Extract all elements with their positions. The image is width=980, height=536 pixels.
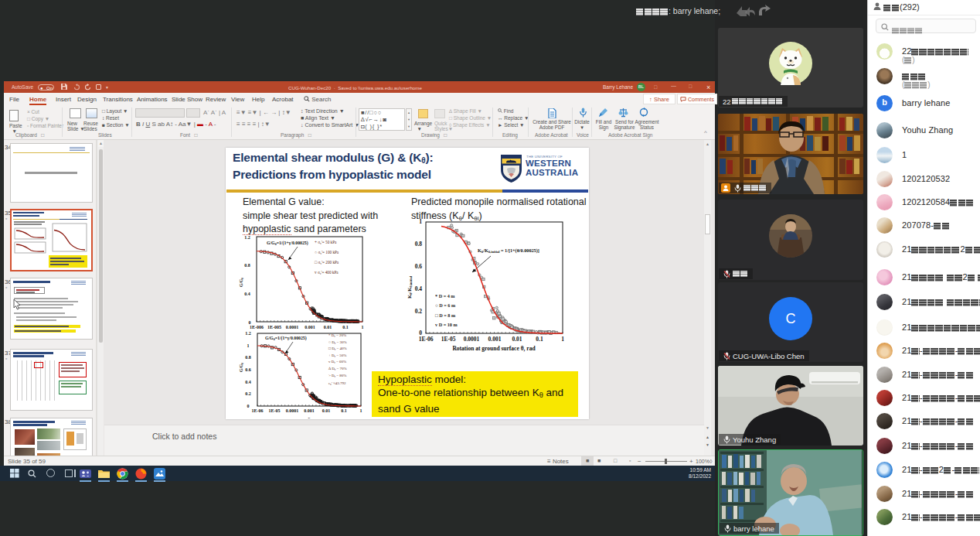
svg-text:0.1: 0.1 (536, 336, 543, 343)
svg-text:0.4: 0.4 (245, 380, 251, 384)
svg-text:1: 1 (561, 336, 564, 343)
svg-text:0.0001: 0.0001 (286, 408, 299, 413)
svg-text:v σv'= 400 kPa: v σv'= 400 kPa (315, 270, 339, 275)
svg-text:0.6: 0.6 (245, 367, 251, 372)
svg-text:0.001: 0.001 (304, 408, 315, 413)
svg-text:0.8: 0.8 (245, 355, 251, 360)
svg-text:v D = 10 m: v D = 10 m (435, 322, 458, 327)
svg-text:1: 1 (419, 218, 422, 225)
svg-text:0.01: 0.01 (512, 336, 522, 343)
svg-text:□ σv'= 200 kPa: □ σv'= 200 kPa (315, 260, 339, 265)
svg-text:0.1: 0.1 (341, 408, 347, 413)
svg-text:* D = 4 m: * D = 4 m (435, 293, 455, 299)
svg-text:0.8: 0.8 (415, 241, 423, 248)
svg-text:1E-06: 1E-06 (419, 336, 434, 343)
svg-text:1: 1 (360, 408, 362, 413)
svg-text:○ D = 6 m: ○ D = 6 m (435, 302, 456, 308)
svg-text:0.2: 0.2 (245, 391, 251, 396)
svg-text:γ: γ (308, 416, 311, 418)
svg-text:0.01: 0.01 (322, 408, 331, 413)
svg-text:Rotation at ground surface θ,: Rotation at ground surface θ, rad (452, 345, 536, 352)
svg-text:1E-05: 1E-05 (269, 408, 281, 413)
svg-text:G/G0: G/G0 (239, 363, 244, 372)
svg-text:0.6: 0.6 (415, 263, 423, 270)
svg-text:1E-06: 1E-06 (252, 408, 264, 413)
svg-text:0.4: 0.4 (415, 285, 423, 292)
svg-text:G/G0: G/G0 (239, 278, 244, 287)
svg-text:0.001: 0.001 (488, 336, 502, 343)
svg-text:0: 0 (247, 404, 250, 408)
svg-text:1.2: 1.2 (245, 331, 251, 336)
svg-text:Kθ/Kθ,initial = 1/[1+(θ/0.0002: Kθ/Kθ,initial = 1/[1+(θ/0.00025)] (478, 248, 539, 254)
svg-text:1.2: 1.2 (244, 235, 250, 240)
svg-text:1: 1 (247, 343, 250, 348)
svg-text:0.4: 0.4 (244, 292, 250, 296)
svg-text:+ σv'= 50 kPa: + σv'= 50 kPa (315, 240, 337, 245)
svg-text:G/G0=1/(1+γ/0.00025): G/G0=1/(1+γ/0.00025) (265, 336, 307, 341)
svg-text:0.0001: 0.0001 (464, 336, 480, 343)
svg-text:Kθ/Kθ,initial: Kθ/Kθ,initial (407, 275, 413, 299)
svg-text:1E-05: 1E-05 (441, 336, 456, 343)
svg-text:□ D = 8 m: □ D = 8 m (435, 312, 456, 318)
svg-text:0.2: 0.2 (415, 308, 423, 315)
svg-text:G/G0=1/(1+γ/0.00025): G/G0=1/(1+γ/0.00025) (267, 241, 308, 246)
svg-text:○ σv'= 100 kPa: ○ σv'= 100 kPa (315, 250, 339, 255)
svg-text:0.8: 0.8 (244, 263, 250, 268)
